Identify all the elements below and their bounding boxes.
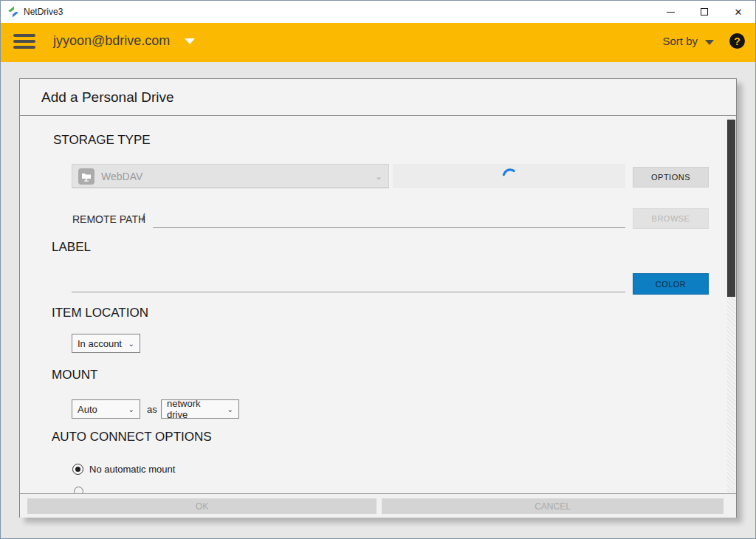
browse-button: BROWSE xyxy=(633,208,709,229)
sort-by-caret-icon[interactable] xyxy=(705,40,714,45)
dialog-scrollbar[interactable] xyxy=(727,117,735,492)
storage-type-value: WebDAV xyxy=(101,171,375,182)
minimize-icon xyxy=(667,12,675,13)
dialog-header: Add a Personal Drive xyxy=(20,79,736,116)
label-input[interactable] xyxy=(72,274,625,292)
loading-spinner-icon xyxy=(501,168,519,185)
account-selector[interactable]: jyyoon@bdrive.com xyxy=(53,33,170,49)
radio-no-automatic-mount[interactable]: No automatic mount xyxy=(72,464,175,475)
minimize-button[interactable] xyxy=(653,1,687,23)
storage-type-heading: STORAGE TYPE xyxy=(53,133,151,148)
dialog-body: STORAGE TYPE WebDAV ⌄ OPTIONS REMOTE PAT… xyxy=(20,117,736,493)
account-caret-icon[interactable] xyxy=(185,38,195,44)
close-button[interactable]: ✕ xyxy=(721,1,755,23)
radio-partial-clipped[interactable] xyxy=(74,487,83,493)
loading-strip xyxy=(393,164,625,188)
scrollbar-thumb[interactable] xyxy=(727,120,735,297)
cancel-button: CANCEL xyxy=(382,498,724,514)
help-icon: ? xyxy=(734,35,740,47)
auto-connect-heading: AUTO CONNECT OPTIONS xyxy=(52,430,212,444)
mount-target-select[interactable]: network drive ⌄ xyxy=(161,399,239,419)
app-header: jyyoon@bdrive.com Sort by ? xyxy=(1,23,755,62)
item-location-heading: ITEM LOCATION xyxy=(52,306,148,320)
close-icon: ✕ xyxy=(735,7,743,17)
mount-mode-select[interactable]: Auto ⌄ xyxy=(72,399,140,419)
chevron-down-icon: ⌄ xyxy=(123,405,134,413)
remote-path-prefix: / xyxy=(142,211,145,224)
hamburger-menu-icon[interactable] xyxy=(13,34,35,51)
ok-button: OK xyxy=(27,498,377,514)
radio-label: No automatic mount xyxy=(89,464,175,475)
item-location-value: In account xyxy=(78,338,122,349)
mount-as-label: as xyxy=(147,404,157,415)
maximize-button[interactable] xyxy=(687,1,721,23)
maximize-icon xyxy=(701,8,708,16)
window-title: NetDrive3 xyxy=(24,7,63,17)
sort-by-button[interactable]: Sort by xyxy=(662,35,698,47)
remote-path-input[interactable] xyxy=(153,210,625,228)
radio-selected-icon xyxy=(72,464,83,475)
chevron-down-icon: ⌄ xyxy=(375,171,382,182)
chevron-down-icon: ⌄ xyxy=(221,405,233,413)
mount-mode-value: Auto xyxy=(78,404,97,415)
mount-heading: MOUNT xyxy=(52,368,97,382)
netdrive-logo-icon xyxy=(7,6,19,18)
remote-path-label: REMOTE PATH xyxy=(72,213,145,225)
netdrive-window: { "titlebar": { "app_name": "NetDrive3",… xyxy=(0,0,756,539)
label-heading: LABEL xyxy=(52,240,91,255)
mount-target-value: network drive xyxy=(167,398,221,420)
add-personal-drive-dialog: Add a Personal Drive STORAGE TYPE WebDAV… xyxy=(19,78,737,518)
chevron-down-icon: ⌄ xyxy=(123,340,134,348)
help-button[interactable]: ? xyxy=(729,33,745,49)
storage-type-select[interactable]: WebDAV ⌄ xyxy=(72,164,389,188)
options-button[interactable]: OPTIONS xyxy=(633,167,709,188)
item-location-select[interactable]: In account ⌄ xyxy=(72,334,140,353)
color-button[interactable]: COLOR xyxy=(633,273,709,295)
titlebar: NetDrive3 ✕ xyxy=(1,1,755,23)
dialog-footer: OK CANCEL xyxy=(20,493,736,518)
webdav-drive-icon xyxy=(78,168,94,185)
dialog-title: Add a Personal Drive xyxy=(41,89,174,106)
